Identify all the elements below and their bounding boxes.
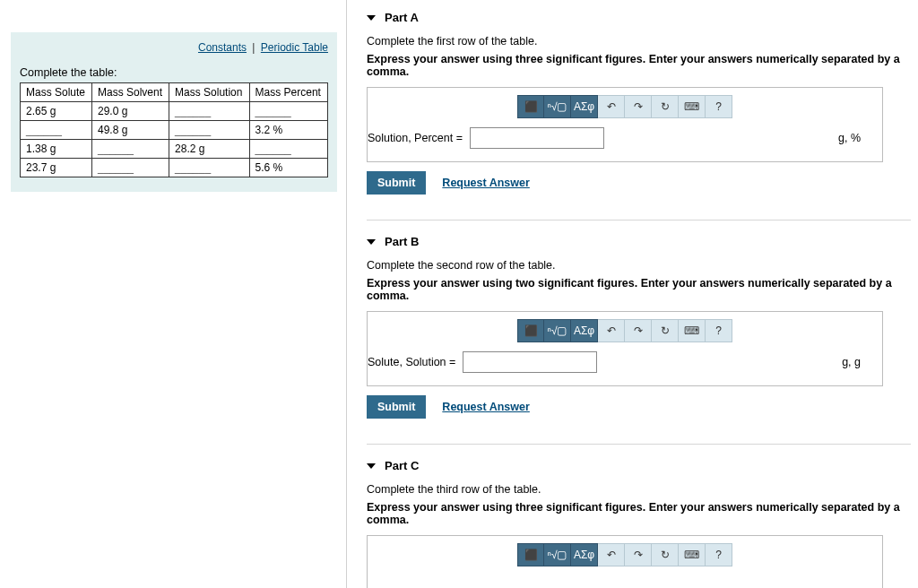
- xroot-icon[interactable]: ⁿ√▢: [544, 95, 571, 118]
- table-header-row: Mass Solute Mass Solvent Mass Solution M…: [21, 83, 328, 102]
- part-b-header[interactable]: Part B: [367, 235, 911, 248]
- separator: [367, 220, 911, 220]
- undo-icon[interactable]: ↶: [598, 95, 625, 118]
- help-icon[interactable]: ?: [706, 543, 732, 566]
- table-row: 2.65 g 29.0 g ______ ______: [21, 102, 328, 121]
- part-c-instruction: Complete the third row of the table.: [367, 483, 911, 496]
- templates-icon[interactable]: ⬛: [517, 319, 544, 342]
- greek-icon[interactable]: ΑΣφ: [571, 95, 598, 118]
- part-c: Part C Complete the third row of the tab…: [367, 459, 911, 588]
- part-a: Part A Complete the first row of the tab…: [367, 11, 911, 195]
- answer-label: Solute, Solution =: [368, 356, 455, 368]
- part-a-hint: Express your answer using three signific…: [367, 53, 911, 78]
- caret-down-icon: [367, 463, 376, 469]
- cell: 23.7 g: [21, 159, 92, 177]
- reset-icon[interactable]: ↻: [652, 319, 679, 342]
- cell-blank: ______: [92, 159, 169, 177]
- cell-blank: ______: [21, 121, 92, 140]
- cell: 1.38 g: [21, 140, 92, 159]
- reset-icon[interactable]: ↻: [652, 543, 679, 566]
- answer-units: g, %: [838, 132, 861, 144]
- cell: 49.8 g: [92, 121, 169, 140]
- answer-input[interactable]: [470, 127, 604, 149]
- answer-box: ⬛ ⁿ√▢ ΑΣφ ↶ ↷ ↻ ⌨ ? Solution, Percent = …: [367, 87, 883, 162]
- data-table: Mass Solute Mass Solvent Mass Solution M…: [20, 82, 328, 177]
- answer-box: ⬛ ⁿ√▢ ΑΣφ ↶ ↷ ↻ ⌨ ? Solute, Solution = g…: [367, 311, 883, 386]
- request-answer-link[interactable]: Request Answer: [442, 401, 529, 413]
- cell-blank: ______: [169, 102, 249, 121]
- part-a-title: Part A: [385, 11, 419, 24]
- undo-icon[interactable]: ↶: [598, 543, 625, 566]
- reset-icon[interactable]: ↻: [652, 95, 679, 118]
- cell-blank: ______: [169, 121, 249, 140]
- cell: 3.2 %: [249, 121, 327, 140]
- cell-blank: ______: [249, 140, 327, 159]
- undo-icon[interactable]: ↶: [598, 319, 625, 342]
- part-b-hint: Express your answer using two significan…: [367, 277, 911, 302]
- submit-button[interactable]: Submit: [367, 171, 426, 195]
- separator: [367, 444, 911, 445]
- keyboard-icon[interactable]: ⌨: [679, 543, 706, 566]
- redo-icon[interactable]: ↷: [625, 543, 652, 566]
- greek-icon[interactable]: ΑΣφ: [571, 319, 598, 342]
- cell-blank: ______: [169, 159, 249, 177]
- cell-blank: ______: [92, 140, 169, 159]
- caret-down-icon: [367, 15, 376, 21]
- part-b: Part B Complete the second row of the ta…: [367, 235, 911, 419]
- question-sidebar: Constants | Periodic Table Complete the …: [11, 32, 337, 192]
- cell: 5.6 %: [249, 159, 327, 177]
- table-row: 1.38 g ______ 28.2 g ______: [21, 140, 328, 159]
- greek-icon[interactable]: ΑΣφ: [571, 543, 598, 566]
- redo-icon[interactable]: ↷: [625, 319, 652, 342]
- part-c-header[interactable]: Part C: [367, 459, 911, 472]
- part-b-instruction: Complete the second row of the table.: [367, 259, 911, 272]
- caret-down-icon: [367, 239, 376, 245]
- cell: 29.0 g: [92, 102, 169, 121]
- help-icon[interactable]: ?: [706, 95, 732, 118]
- equation-toolbar: ⬛ ⁿ√▢ ΑΣφ ↶ ↷ ↻ ⌨ ?: [368, 319, 882, 342]
- keyboard-icon[interactable]: ⌨: [679, 319, 706, 342]
- part-a-header[interactable]: Part A: [367, 11, 911, 24]
- cell: 2.65 g: [21, 102, 92, 121]
- table-row: ______ 49.8 g ______ 3.2 %: [21, 121, 328, 140]
- col-header: Mass Solvent: [92, 83, 169, 102]
- col-header: Mass Percent: [249, 83, 327, 102]
- xroot-icon[interactable]: ⁿ√▢: [544, 319, 571, 342]
- answer-label: Solution, Percent =: [368, 132, 463, 144]
- redo-icon[interactable]: ↷: [625, 95, 652, 118]
- part-c-title: Part C: [385, 459, 419, 472]
- equation-toolbar: ⬛ ⁿ√▢ ΑΣφ ↶ ↷ ↻ ⌨ ?: [368, 95, 882, 118]
- submit-button[interactable]: Submit: [367, 395, 426, 419]
- templates-icon[interactable]: ⬛: [517, 95, 544, 118]
- help-icon[interactable]: ?: [706, 319, 732, 342]
- part-b-title: Part B: [385, 235, 419, 248]
- col-header: Mass Solute: [21, 83, 92, 102]
- keyboard-icon[interactable]: ⌨: [679, 95, 706, 118]
- answer-input[interactable]: [463, 351, 597, 373]
- request-answer-link[interactable]: Request Answer: [442, 177, 529, 189]
- cell-blank: ______: [249, 102, 327, 121]
- xroot-icon[interactable]: ⁿ√▢: [544, 543, 571, 566]
- answer-units: g, g: [842, 356, 861, 368]
- question-prompt: Complete the table:: [20, 66, 328, 79]
- link-separator: |: [252, 41, 255, 54]
- table-row: 23.7 g ______ ______ 5.6 %: [21, 159, 328, 177]
- col-header: Mass Solution: [169, 83, 249, 102]
- equation-toolbar: ⬛ ⁿ√▢ ΑΣφ ↶ ↷ ↻ ⌨ ?: [368, 543, 882, 566]
- constants-link[interactable]: Constants: [198, 41, 247, 54]
- answer-box: ⬛ ⁿ√▢ ΑΣφ ↶ ↷ ↻ ⌨ ?: [367, 535, 883, 588]
- part-c-hint: Express your answer using three signific…: [367, 501, 911, 526]
- periodic-table-link[interactable]: Periodic Table: [261, 41, 328, 54]
- templates-icon[interactable]: ⬛: [517, 543, 544, 566]
- cell: 28.2 g: [169, 140, 249, 159]
- part-a-instruction: Complete the first row of the table.: [367, 35, 911, 48]
